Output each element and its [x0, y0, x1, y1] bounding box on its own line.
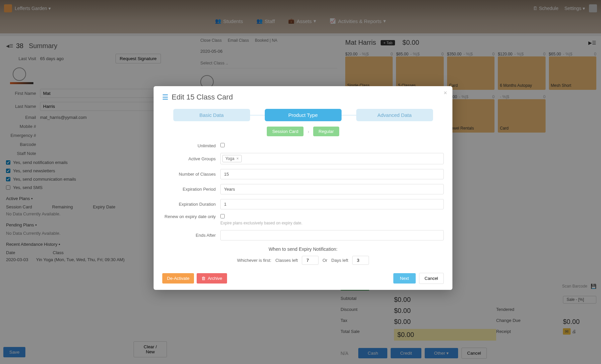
renew-only-helper: Expire plans exclusively based on expiry… [220, 221, 444, 225]
pill-session-card[interactable]: Session Card [267, 127, 304, 136]
step-basic-data[interactable]: Basic Data [173, 109, 250, 121]
type-pills: Session Card › Regular [162, 127, 444, 136]
renew-only-checkbox[interactable] [220, 214, 225, 218]
active-groups-label: Active Groups [162, 156, 216, 161]
days-left-label: Days left [331, 258, 348, 263]
or-label: Or [323, 258, 327, 263]
num-classes-label: Number of Classes [162, 172, 216, 177]
ends-after-label: Ends After [162, 233, 216, 238]
archive-button[interactable]: 🗑Archive [197, 273, 227, 284]
step-advanced-data[interactable]: Advanced Data [356, 109, 433, 121]
days-left-field[interactable] [352, 256, 369, 265]
whichever-label: Whichever is first: [237, 258, 271, 263]
classes-left-field[interactable] [302, 256, 319, 265]
exp-duration-field[interactable] [220, 199, 444, 209]
deactivate-button[interactable]: De-Activate [162, 273, 194, 284]
trash-icon: 🗑 [201, 276, 206, 281]
pill-regular[interactable]: Regular [313, 127, 339, 136]
cancel-button[interactable]: Cancel [419, 273, 444, 284]
expiry-header: When to send Expiry Notification: [162, 246, 444, 252]
chevron-right-icon: › [308, 129, 309, 134]
step-product-type[interactable]: Product Type [265, 109, 342, 121]
exp-period-select[interactable] [220, 184, 444, 194]
unlimited-label: Unlimited [162, 143, 216, 148]
close-icon[interactable]: × [443, 89, 447, 97]
renew-only-label: Renew on expiry date only [162, 214, 216, 219]
list-icon: ☰ [162, 93, 168, 101]
num-classes-field[interactable] [220, 169, 444, 179]
classes-left-label: Classes left [275, 258, 298, 263]
edit-class-card-modal: × ☰ Edit 15 Class Card Basic Data Produc… [154, 86, 452, 290]
next-button[interactable]: Next [393, 273, 416, 284]
unlimited-checkbox[interactable] [220, 143, 225, 147]
group-chip: Yoga × [222, 155, 242, 162]
modal-title: ☰ Edit 15 Class Card [162, 93, 444, 102]
remove-chip-icon[interactable]: × [236, 156, 239, 161]
exp-duration-label: Expiration Duration [162, 202, 216, 207]
modal-footer: De-Activate 🗑Archive Next Cancel [162, 273, 444, 284]
ends-after-field[interactable] [220, 230, 444, 240]
stepper: Basic Data Product Type Advanced Data [162, 109, 444, 121]
exp-period-label: Expiration Period [162, 187, 216, 192]
